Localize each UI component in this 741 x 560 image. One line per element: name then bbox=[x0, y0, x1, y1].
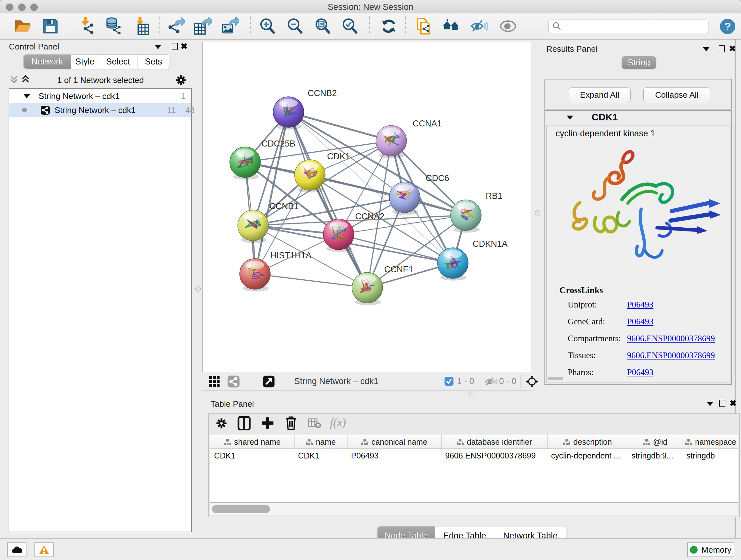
selected-checkbox-icon[interactable] bbox=[444, 376, 454, 387]
table-panel-close-icon[interactable]: ✖ bbox=[729, 399, 737, 408]
node-CDKN1A[interactable] bbox=[437, 248, 468, 281]
table-cell[interactable]: 9606.ENSP00000378699 bbox=[441, 449, 547, 462]
grid-view-icon[interactable] bbox=[209, 376, 220, 388]
collapse-all-button[interactable]: Collapse All bbox=[643, 87, 711, 102]
node-HIST1H1A[interactable] bbox=[240, 259, 270, 292]
network-options-gear-icon[interactable] bbox=[175, 74, 187, 87]
zoom-fit-icon[interactable] bbox=[314, 17, 332, 35]
tab-style[interactable]: Style bbox=[71, 55, 99, 69]
node-CDK1[interactable] bbox=[294, 160, 325, 192]
table-cell[interactable]: stringdb bbox=[683, 449, 738, 462]
node-RB1[interactable] bbox=[451, 200, 481, 233]
results-panel-menu-icon[interactable] bbox=[702, 45, 711, 53]
column-header-shared-name[interactable]: shared name bbox=[210, 435, 294, 449]
import-table-icon[interactable] bbox=[132, 17, 150, 35]
column-header-description[interactable]: description bbox=[547, 435, 628, 449]
edge-CCNA2-CDKN1A[interactable] bbox=[339, 234, 453, 263]
collapse-all-networks-icon[interactable] bbox=[10, 75, 18, 85]
expand-all-networks-icon[interactable] bbox=[21, 75, 30, 85]
column-header--id[interactable]: @id bbox=[628, 435, 683, 449]
memory-button[interactable]: Memory bbox=[687, 543, 734, 557]
bottom-splitter-handle[interactable] bbox=[468, 391, 473, 396]
zoom-in-icon[interactable] bbox=[259, 17, 277, 35]
crosslink-link[interactable]: 9606.ENSP00000378699 bbox=[627, 351, 715, 361]
status-bar: Memory bbox=[0, 538, 741, 560]
refresh-icon[interactable] bbox=[380, 17, 398, 35]
export-image-icon[interactable] bbox=[221, 17, 239, 35]
zoom-out-icon[interactable] bbox=[286, 17, 304, 35]
results-panel-float-icon[interactable] bbox=[718, 44, 726, 53]
edge-CCNB2-HIST1H1A[interactable] bbox=[255, 112, 288, 274]
tab-string[interactable]: String bbox=[622, 56, 656, 69]
column-header-database-identifier[interactable]: database identifier bbox=[441, 435, 548, 449]
table-cell[interactable]: CDK1 bbox=[210, 449, 294, 462]
table-panel-menu-icon[interactable] bbox=[706, 400, 714, 408]
network-tree-row[interactable]: String Network – cdk1 11 48 bbox=[9, 103, 191, 117]
help-icon[interactable]: ? bbox=[719, 18, 737, 36]
hide-unhide-icon[interactable] bbox=[470, 17, 488, 35]
network-selection-status: 1 of 1 Network selected bbox=[32, 75, 169, 85]
crosslink-link[interactable]: 9606.ENSP00000378699 bbox=[627, 334, 715, 344]
cloud-status-button[interactable] bbox=[7, 543, 26, 557]
left-splitter-handle[interactable] bbox=[195, 286, 201, 292]
tree-collapse-icon[interactable] bbox=[23, 94, 30, 98]
node-CCNB1[interactable] bbox=[238, 210, 268, 243]
save-session-icon[interactable] bbox=[42, 17, 59, 35]
network-graph[interactable]: CCNB2CCNA1CDC25BCDK1CDC6RB1CCNB1CCNA2CDK… bbox=[203, 42, 531, 372]
tab-select[interactable]: Select bbox=[99, 55, 138, 69]
table-hscrollbar[interactable] bbox=[210, 503, 738, 515]
edge-CCNB2-CCNE1[interactable] bbox=[288, 112, 367, 288]
delete-columns-icon[interactable] bbox=[285, 416, 297, 432]
create-column-icon[interactable] bbox=[261, 416, 274, 431]
table-hscroll-thumb[interactable] bbox=[212, 505, 270, 513]
birdseye-view-icon[interactable] bbox=[262, 375, 275, 389]
crosslink-link[interactable]: P06493 bbox=[627, 368, 654, 377]
table-cell[interactable]: cyclin-dependent ... bbox=[547, 449, 628, 462]
node-CCNA2[interactable] bbox=[323, 219, 354, 252]
export-network-icon[interactable] bbox=[167, 17, 185, 35]
control-panel-float-icon[interactable] bbox=[171, 42, 179, 51]
title-bar: Session: New Session bbox=[0, 0, 741, 14]
import-network-database-icon[interactable] bbox=[105, 17, 123, 35]
edge-count: 48 bbox=[185, 105, 195, 115]
import-network-file-icon[interactable] bbox=[77, 17, 95, 35]
node-CDC25B[interactable] bbox=[230, 147, 260, 180]
edge-HIST1H1A-CCNE1[interactable] bbox=[255, 274, 367, 288]
search-input[interactable] bbox=[548, 19, 709, 33]
string-home-icon[interactable] bbox=[442, 17, 460, 35]
network-tree-root-row[interactable]: String Network – cdk1 1 bbox=[9, 89, 191, 103]
right-splitter-handle[interactable] bbox=[535, 210, 540, 215]
node-label-CDKN1A: CDKN1A bbox=[473, 239, 508, 249]
new-network-from-selection-icon[interactable] bbox=[414, 17, 432, 35]
table-cell[interactable]: CDK1 bbox=[294, 449, 347, 462]
tab-network[interactable]: Network bbox=[23, 55, 71, 69]
crosslink-link[interactable]: P06493 bbox=[627, 317, 654, 327]
warning-status-button[interactable] bbox=[35, 543, 54, 557]
network-canvas[interactable]: CCNB2CCNA1CDC25BCDK1CDC6RB1CCNB1CCNA2CDK… bbox=[202, 42, 531, 373]
table-cell[interactable]: P06493 bbox=[347, 449, 441, 462]
control-panel-menu-icon[interactable] bbox=[154, 43, 162, 51]
expand-all-button[interactable]: Expand All bbox=[569, 87, 630, 102]
node-CDC6[interactable] bbox=[389, 182, 420, 215]
control-panel-close-icon[interactable]: ✖ bbox=[180, 42, 188, 51]
crosslink-link[interactable]: P06493 bbox=[627, 300, 654, 310]
column-header-canonical-name[interactable]: canonical name bbox=[347, 435, 442, 449]
tab-sets[interactable]: Sets bbox=[138, 55, 170, 69]
node-CCNE1[interactable] bbox=[352, 272, 383, 305]
entry-collapse-icon[interactable] bbox=[567, 115, 573, 121]
results-hscroll-thumb[interactable] bbox=[548, 377, 563, 380]
node-CCNA1[interactable] bbox=[376, 125, 407, 159]
column-header-namespace[interactable]: namespace bbox=[683, 435, 738, 449]
column-header-name[interactable]: name bbox=[294, 435, 347, 449]
share-view-icon[interactable] bbox=[227, 375, 240, 389]
fit-selected-target-icon[interactable] bbox=[525, 375, 539, 389]
show-columns-icon[interactable] bbox=[238, 416, 251, 432]
table-settings-gear-icon[interactable] bbox=[215, 417, 228, 431]
export-table-icon[interactable] bbox=[194, 17, 212, 35]
open-session-icon[interactable] bbox=[14, 17, 32, 35]
show-graphics-details-icon[interactable] bbox=[499, 17, 517, 35]
table-cell[interactable]: stringdb:9... bbox=[628, 449, 683, 462]
search-field[interactable] bbox=[565, 21, 704, 32]
table-panel-float-icon[interactable] bbox=[718, 399, 726, 408]
zoom-selected-icon[interactable] bbox=[341, 17, 359, 35]
